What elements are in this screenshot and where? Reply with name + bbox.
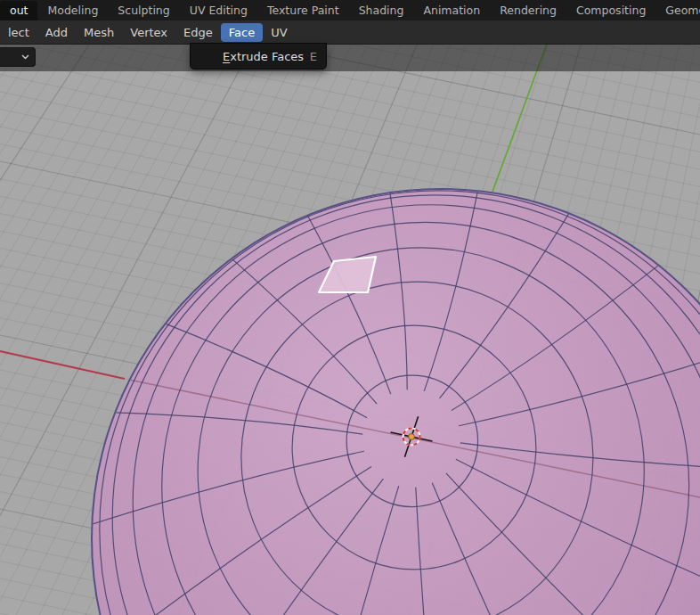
- object-origin-dot: [409, 434, 415, 440]
- workspace-tab-compositing[interactable]: Compositing: [566, 1, 655, 20]
- workspace-tab-shading[interactable]: Shading: [349, 1, 414, 20]
- menu-uv[interactable]: UV: [263, 23, 295, 42]
- menu-add[interactable]: Add: [37, 23, 76, 42]
- mode-selector-dropdown[interactable]: [0, 47, 36, 67]
- menu-edge[interactable]: Edge: [175, 23, 221, 42]
- chevron-down-icon: [21, 54, 29, 60]
- workspace-tab-geometry-nodes[interactable]: Geometry Nodes: [655, 1, 700, 20]
- viewport-canvas[interactable]: [0, 0, 700, 615]
- menu-face[interactable]: Face: [221, 23, 263, 42]
- workspace-tab-modeling[interactable]: Modeling: [37, 1, 108, 20]
- popup-item-extrude-faces[interactable]: Extrude FacesE: [191, 45, 326, 67]
- workspace-tab-texture-paint[interactable]: Texture Paint: [257, 1, 349, 20]
- workspace-tab-animation[interactable]: Animation: [413, 1, 490, 20]
- workspace-tab-rendering[interactable]: Rendering: [490, 1, 566, 20]
- popup-item-label-rest: xtrude Faces: [230, 50, 304, 63]
- menu-mesh[interactable]: Mesh: [76, 23, 122, 42]
- tool-settings-bar: [0, 44, 700, 71]
- popup-item-shortcut: E: [310, 50, 317, 63]
- popup-item-label: E: [223, 50, 230, 63]
- viewport-header: lectAddMeshVertexEdgeFaceUV: [0, 20, 700, 45]
- workspace-tabbar: outModelingSculptingUV EditingTexture Pa…: [0, 0, 700, 21]
- menu-vertex[interactable]: Vertex: [122, 23, 175, 42]
- face-menu-popup: Extrude FacesE: [190, 43, 327, 70]
- workspace-tab-uv-editing[interactable]: UV Editing: [180, 1, 257, 20]
- sphere-mesh[interactable]: [92, 189, 700, 615]
- menu-lect[interactable]: lect: [0, 23, 37, 42]
- workspace-tab-sculpting[interactable]: Sculpting: [108, 1, 179, 20]
- workspace-tab-out[interactable]: out: [0, 1, 37, 20]
